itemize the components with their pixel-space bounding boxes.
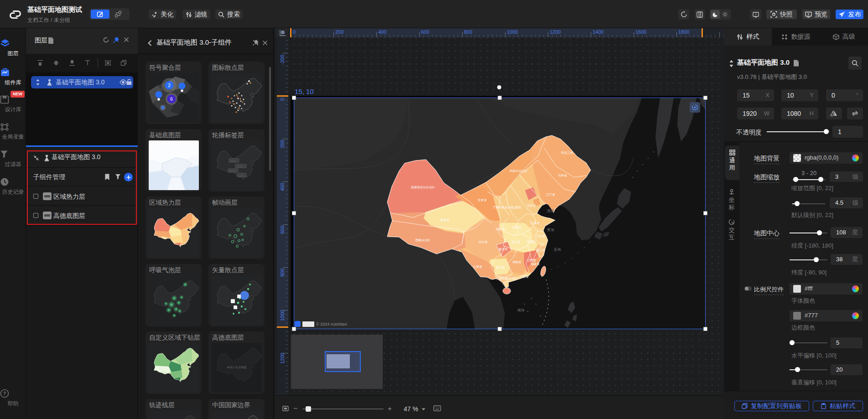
svg-text:甘肃省: 甘肃省 (478, 198, 487, 202)
svg-text:⬚⬚⬚: ⬚⬚⬚ (229, 170, 235, 172)
svg-text:1600: 1600 (635, 29, 646, 35)
svg-text:1200: 1200 (280, 353, 285, 364)
svg-text:0: 0 (280, 98, 285, 101)
svg-text:-200: -200 (280, 55, 285, 65)
svg-text:600: 600 (280, 226, 285, 234)
svg-text:安徽省: 安徽省 (527, 240, 536, 243)
svg-text:广东省: 广东省 (520, 275, 529, 279)
svg-text:河南省: 河南省 (512, 226, 521, 229)
svg-text:山西省: 山西省 (512, 206, 521, 209)
svg-text:?: ? (3, 391, 6, 396)
svg-text:⬚⬚⬚: ⬚⬚⬚ (230, 160, 236, 162)
svg-text:1200: 1200 (550, 29, 561, 35)
svg-text:云南省: 云南省 (473, 265, 482, 269)
svg-text:400: 400 (378, 29, 386, 35)
svg-text:辽宁省: 辽宁省 (546, 193, 555, 197)
svg-text:800: 800 (280, 269, 285, 277)
svg-text:黑龙江省: 黑龙江省 (561, 151, 573, 155)
svg-text:200: 200 (335, 29, 343, 35)
svg-text:湖北省: 湖北省 (511, 240, 520, 244)
svg-text:陕西省: 陕西省 (496, 228, 505, 231)
svg-text:西藏自治区: 西藏自治区 (415, 238, 431, 242)
svg-text:青海省: 青海省 (440, 218, 449, 222)
svg-text:贵州省: 贵州省 (496, 266, 505, 269)
svg-text:重庆市: 重庆市 (499, 248, 508, 251)
svg-text:黄海: 黄海 (547, 228, 554, 232)
svg-text:1400: 1400 (593, 29, 603, 35)
svg-text:新疆维吾尔自治区: 新疆维吾尔自治区 (411, 186, 435, 189)
svg-text:1000: 1000 (507, 29, 518, 35)
svg-text:湖南省: 湖南省 (512, 260, 521, 264)
svg-text:200: 200 (280, 140, 285, 148)
svg-text:广西壮族自治区: 广西壮族自治区 (496, 277, 517, 280)
svg-text:2: 2 (168, 83, 171, 88)
svg-text:400: 400 (280, 183, 285, 191)
svg-text:800: 800 (464, 29, 472, 35)
svg-text:吉林省: 吉林省 (558, 174, 567, 177)
svg-text:中华人民共和国: 中华人民共和国 (227, 366, 246, 369)
svg-text:四川省: 四川省 (478, 240, 488, 244)
svg-text:1000: 1000 (280, 310, 285, 321)
svg-text:浙江省: 浙江省 (536, 248, 545, 252)
svg-text:南海: 南海 (517, 308, 525, 312)
svg-text:福建省: 福建省 (530, 262, 540, 266)
svg-text:山东省: 山东省 (530, 221, 540, 225)
svg-text:内蒙古自治区: 内蒙古自治区 (510, 169, 528, 173)
svg-text:宁夏回族自治区: 宁夏回族自治区 (493, 206, 514, 209)
svg-text:⬚⬚⬚: ⬚⬚⬚ (239, 174, 244, 176)
svg-text:1800: 1800 (678, 29, 689, 35)
svg-text:江苏省: 江苏省 (536, 234, 545, 238)
svg-text:渤海: 渤海 (547, 209, 554, 213)
svg-text:600: 600 (421, 29, 429, 35)
svg-text:东海: 东海 (554, 248, 561, 252)
svg-text:江西省: 江西省 (527, 259, 536, 262)
svg-text:⬚⬚⬚: ⬚⬚⬚ (237, 165, 243, 167)
svg-text:河北省: 河北省 (527, 204, 536, 207)
svg-text:0: 0 (293, 29, 296, 35)
svg-text:6: 6 (170, 97, 173, 102)
